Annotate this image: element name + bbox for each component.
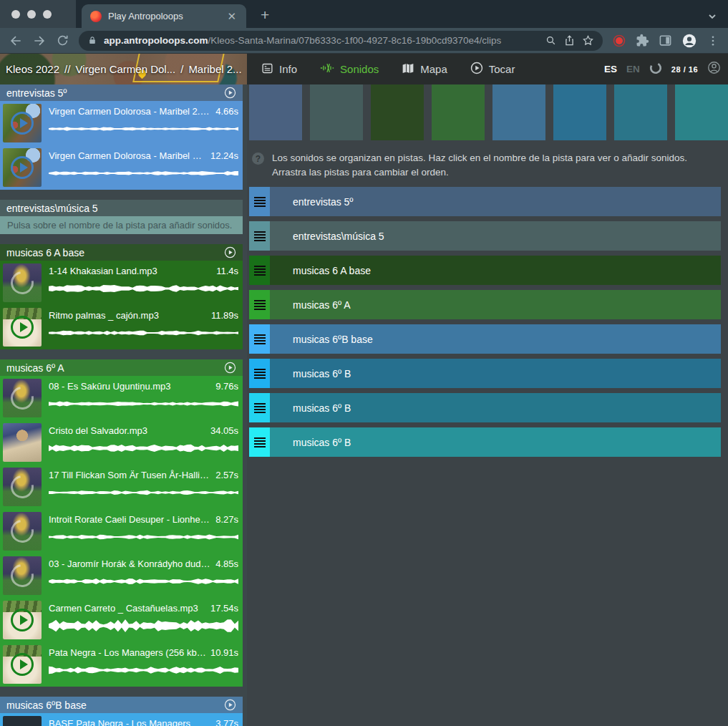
clip-thumbnail[interactable] [3,601,42,639]
tab-info[interactable]: Info [261,62,297,77]
account-icon[interactable] [707,61,721,77]
track-section-header[interactable]: musicas 6 A base [0,244,243,261]
clip-thumbnail[interactable] [3,645,42,684]
clip-waveform[interactable] [49,397,238,411]
track-section-header[interactable]: entrevistas\música 5 [0,200,243,216]
track-drag-handle[interactable] [249,324,270,354]
new-tab-button[interactable]: + [256,6,273,24]
clip-thumbnail[interactable] [3,308,42,347]
breadcrumb-parent[interactable]: Virgen Carmen Dol... [75,63,175,75]
share-icon[interactable] [563,34,576,47]
forward-icon[interactable] [32,34,47,48]
breadcrumb[interactable]: Kleos 2022 // Virgen Carmen Dol... / Mar… [0,54,247,84]
lang-es-button[interactable]: ES [604,64,617,74]
track-section-header[interactable]: musicas 6º A [0,359,243,376]
track-section-header[interactable]: entrevistas 5º [0,84,243,101]
clip-info: Carmen Carreto _ Castañuelas.mp317.54s [49,601,238,639]
track-name-bar[interactable]: musicas 6º B [270,427,721,457]
clip-item[interactable]: Virgen Carmen Dolorosa - Maribel 2.mp34.… [0,101,243,145]
clip-waveform[interactable] [49,619,238,633]
track-row: musicas 6ºB base [249,324,721,354]
clip-waveform[interactable] [49,530,238,544]
clip-item[interactable]: 08 - Es Sakūru Uguntiņu.mp39.76s [0,376,243,420]
lang-en-button[interactable]: EN [626,64,640,74]
clip-item[interactable]: Ritmo palmas _ cajón.mp311.89s [0,305,243,349]
clip-name: 1-14 Khakasian Land.mp3 [49,266,157,276]
clip-waveform[interactable] [49,166,238,180]
browser-tab[interactable]: Play Antropoloops ✕ [82,4,246,28]
profile-avatar-icon[interactable] [681,33,697,49]
clip-waveform[interactable] [49,663,238,677]
address-bar[interactable]: app.antropoloops.com/Kleos-Santa-Marina/… [79,31,603,51]
clip-item[interactable]: Introit Rorate Caeli Desuper - Lionheart… [0,509,243,553]
record-extension-icon[interactable] [612,34,626,48]
track-name-bar[interactable]: musicas 6ºB base [270,324,721,354]
breadcrumb-current[interactable]: Maribel 2... [188,63,241,75]
clip-item[interactable]: 17 Till Flickan Som Är Tusen År-Halling … [0,465,243,509]
clip-item[interactable]: Carmen Carreto _ Castañuelas.mp317.54s [0,598,243,642]
track-play-button[interactable] [224,87,236,99]
tab-sonidos[interactable]: Sonidos [320,62,379,76]
browser-menu-icon[interactable] [707,34,719,47]
tab-tocar[interactable]: Tocar [470,62,515,77]
clip-item[interactable]: Cristo del Salvador.mp334.05s [0,420,243,465]
clip-waveform[interactable] [49,441,238,455]
back-icon[interactable] [9,34,23,48]
clip-item[interactable]: Virgen Carmen Dolorosa - Maribel 2.mp312… [0,145,243,190]
window-minimize-button[interactable] [27,10,36,19]
track-drag-handle[interactable] [249,393,270,422]
clip-thumbnail[interactable] [3,512,42,551]
track-drag-handle[interactable] [249,290,270,319]
clip-thumbnail[interactable] [3,556,42,595]
track-drag-handle[interactable] [249,187,270,216]
track-name-bar[interactable]: musicas 6º B [270,393,721,422]
tab-search-chevron-icon[interactable] [707,11,718,22]
clip-item[interactable]: BASE Pata Negra - Los Managers3.77s [0,713,243,726]
window-close-button[interactable] [11,10,20,19]
window-zoom-button[interactable] [43,10,52,19]
track-play-button[interactable] [224,362,236,374]
track-drag-handle[interactable] [249,221,270,251]
extensions-puzzle-icon[interactable] [636,34,649,47]
track-row: musicas 6 A base [249,256,721,285]
clip-thumbnail[interactable] [3,148,42,187]
clip-thumbnail[interactable] [3,423,42,462]
clip-waveform[interactable] [49,122,238,136]
bookmark-star-icon[interactable] [582,34,594,47]
track-name-bar[interactable]: musicas 6º A [270,290,721,319]
clip-info: Pata Negra - Los Managers (256 kbps).mp3… [49,645,238,684]
track-drag-handle[interactable] [249,359,270,388]
reload-icon[interactable] [56,34,69,47]
url-text[interactable]: app.antropoloops.com/Kleos-Santa-Marina/… [104,35,538,46]
track-name-bar[interactable]: musicas 6º B [270,359,721,388]
track-name-bar[interactable]: musicas 6 A base [270,256,721,285]
clip-thumbnail[interactable] [3,716,42,726]
clip-name: 03 - Jaromír Horák & Konrádyho dudácká .… [49,558,211,569]
tab-close-icon[interactable]: ✕ [224,9,239,23]
clip-thumbnail[interactable] [3,263,42,302]
clip-thumbnail[interactable] [3,104,42,142]
padlock-icon[interactable] [87,35,97,46]
track-play-button[interactable] [224,246,236,258]
clip-thumbnail[interactable] [3,468,42,506]
clip-title-row: 1-14 Khakasian Land.mp311.4s [49,266,238,276]
clip-waveform[interactable] [49,485,238,500]
clip-waveform[interactable] [49,326,238,340]
track-name-bar[interactable]: entrevistas 5º [270,187,721,216]
search-icon[interactable] [545,34,557,47]
clip-info: Virgen Carmen Dolorosa - Maribel 2.mp34.… [49,104,238,142]
track-drag-handle[interactable] [249,427,270,457]
clip-waveform[interactable] [49,281,238,296]
track-play-button[interactable] [224,699,236,711]
tab-mapa[interactable]: Mapa [402,62,447,77]
track-drag-handle[interactable] [249,256,270,285]
clip-item[interactable]: 1-14 Khakasian Land.mp311.4s [0,261,243,305]
side-panel-icon[interactable] [659,34,672,47]
track-name-bar[interactable]: entrevistas\música 5 [270,221,721,251]
clip-item[interactable]: 03 - Jaromír Horák & Konrádyho dudácká .… [0,553,243,598]
clip-waveform[interactable] [49,574,238,589]
clip-item[interactable]: Pata Negra - Los Managers (256 kbps).mp3… [0,642,243,687]
breadcrumb-root[interactable]: Kleos 2022 [6,63,59,75]
track-section-header[interactable]: musicas 6ºB base [0,697,243,713]
clip-thumbnail[interactable] [3,379,42,417]
